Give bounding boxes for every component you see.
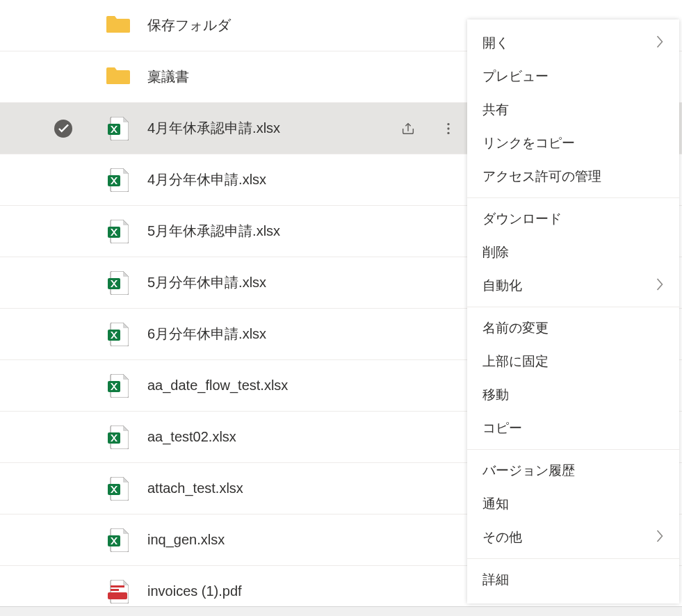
chevron-right-icon xyxy=(656,530,664,546)
chevron-right-icon xyxy=(656,35,664,51)
menu-copy[interactable]: コピー xyxy=(467,412,679,445)
file-name[interactable]: 4月分年休申請.xlsx xyxy=(147,170,266,189)
menu-separator xyxy=(467,449,679,450)
menu-copy-link[interactable]: リンクをコピー xyxy=(467,127,679,160)
menu-move[interactable]: 移動 xyxy=(467,378,679,412)
svg-point-3 xyxy=(447,131,449,133)
menu-label: プレビュー xyxy=(482,67,549,86)
file-name[interactable]: 5月分年休申請.xlsx xyxy=(147,273,266,292)
horizontal-scrollbar[interactable] xyxy=(0,606,682,616)
file-name[interactable]: 5月年休承認申請.xlsx xyxy=(147,222,280,241)
folder-icon xyxy=(106,15,130,37)
file-name[interactable]: 稟議書 xyxy=(147,67,189,86)
svg-point-1 xyxy=(447,122,449,124)
menu-open[interactable]: 開く xyxy=(467,26,679,60)
excel-file-icon xyxy=(108,220,129,243)
file-name[interactable]: attach_test.xlsx xyxy=(147,480,243,496)
excel-file-icon xyxy=(108,117,129,140)
svg-rect-13 xyxy=(111,585,124,587)
share-icon[interactable] xyxy=(397,117,419,140)
file-name[interactable]: aa_date_flow_test.xlsx xyxy=(147,378,288,394)
menu-label: 名前の変更 xyxy=(482,319,549,337)
file-name[interactable]: aa_test02.xlsx xyxy=(147,429,236,445)
menu-label: バージョン履歴 xyxy=(482,462,575,480)
menu-automate[interactable]: 自動化 xyxy=(467,269,679,302)
file-name[interactable]: 保存フォルダ xyxy=(147,16,231,35)
menu-label: 削除 xyxy=(482,243,509,261)
svg-rect-12 xyxy=(108,592,127,599)
folder-icon xyxy=(106,66,130,88)
menu-label: 通知 xyxy=(482,495,509,513)
file-name[interactable]: 6月分年休申請.xlsx xyxy=(147,325,266,343)
menu-details[interactable]: 詳細 xyxy=(467,563,679,597)
menu-label: ダウンロード xyxy=(482,210,562,228)
menu-label: 自動化 xyxy=(482,277,522,295)
menu-separator xyxy=(467,558,679,559)
excel-file-icon xyxy=(108,425,129,449)
file-name[interactable]: inq_gen.xlsx xyxy=(147,532,225,548)
menu-preview[interactable]: プレビュー xyxy=(467,60,679,93)
menu-label: 詳細 xyxy=(482,571,509,589)
menu-label: 開く xyxy=(482,34,509,52)
menu-version-history[interactable]: バージョン履歴 xyxy=(467,454,679,487)
menu-separator xyxy=(467,197,679,198)
file-name[interactable]: invoices (1).pdf xyxy=(147,583,242,599)
menu-label: コピー xyxy=(482,419,522,437)
menu-pin-top[interactable]: 上部に固定 xyxy=(467,345,679,378)
menu-more[interactable]: その他 xyxy=(467,521,679,554)
context-menu: 開く プレビュー 共有 リンクをコピー アクセス許可の管理 ダウンロード 削除 … xyxy=(467,19,679,603)
excel-file-icon xyxy=(108,323,129,346)
menu-label: リンクをコピー xyxy=(482,134,575,152)
menu-share[interactable]: 共有 xyxy=(467,93,679,127)
svg-point-2 xyxy=(447,127,449,129)
menu-label: アクセス許可の管理 xyxy=(482,168,601,186)
more-actions-icon[interactable] xyxy=(437,117,460,140)
menu-label: 移動 xyxy=(482,386,509,404)
menu-label: その他 xyxy=(482,528,522,546)
file-name[interactable]: 4月年休承認申請.xlsx xyxy=(147,119,280,138)
svg-rect-14 xyxy=(111,589,119,591)
excel-file-icon xyxy=(108,374,129,398)
menu-alert[interactable]: 通知 xyxy=(467,487,679,521)
menu-download[interactable]: ダウンロード xyxy=(467,202,679,236)
menu-separator xyxy=(467,307,679,307)
excel-file-icon xyxy=(108,477,129,501)
excel-file-icon xyxy=(108,528,129,552)
menu-label: 上部に固定 xyxy=(482,352,549,371)
row-actions xyxy=(397,103,460,154)
menu-delete[interactable]: 削除 xyxy=(467,236,679,269)
excel-file-icon xyxy=(108,168,129,192)
menu-manage-access[interactable]: アクセス許可の管理 xyxy=(467,160,679,193)
menu-label: 共有 xyxy=(482,101,509,119)
menu-rename[interactable]: 名前の変更 xyxy=(467,311,679,345)
pdf-file-icon xyxy=(108,580,129,603)
excel-file-icon xyxy=(108,271,129,295)
chevron-right-icon xyxy=(656,278,664,294)
selected-check-icon[interactable] xyxy=(54,120,72,138)
